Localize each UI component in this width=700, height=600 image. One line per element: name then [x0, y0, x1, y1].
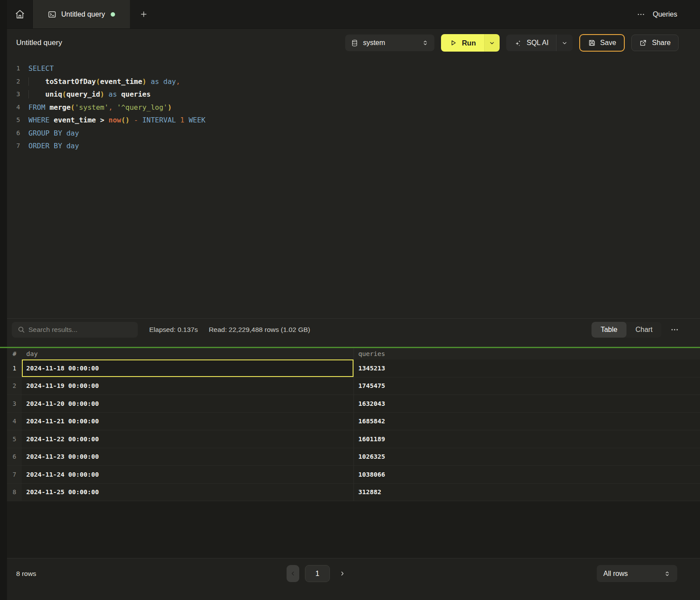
chevron-updown-icon — [664, 570, 671, 577]
results-toolbar: Elapsed: 0.137s Read: 22,229,488 rows (1… — [7, 318, 700, 347]
line-number: 3 — [7, 88, 20, 101]
tab-label: Untitled query — [61, 10, 105, 18]
row-number: 7 — [7, 466, 22, 483]
row-count: 8 rows — [16, 570, 36, 578]
home-button[interactable] — [7, 0, 33, 28]
pagination: 1 — [287, 565, 349, 582]
row-number: 6 — [7, 448, 22, 466]
view-toggle: Table Chart — [592, 322, 662, 338]
sql-ai-options-button[interactable] — [556, 35, 573, 51]
table-row: 22024-11-19 00:00:001745475 — [7, 377, 700, 395]
cell-queries[interactable]: 312882 — [354, 484, 700, 501]
run-options-button[interactable] — [484, 34, 500, 52]
tab-bar: Untitled query Queries — [7, 0, 700, 29]
results-empty-area — [7, 501, 700, 558]
table-row: 52024-11-22 00:00:001601189 — [7, 430, 700, 448]
previous-page-button[interactable] — [287, 565, 299, 582]
search-results-wrap — [12, 322, 138, 338]
code-line[interactable]: 6GROUP BY day — [7, 127, 700, 140]
code-line[interactable]: 2 toStartOfDay(event_time) as day, — [7, 75, 700, 88]
sql-editor[interactable]: 1SELECT2 toStartOfDay(event_time) as day… — [7, 57, 700, 318]
code-line[interactable]: 3 uniq(query_id) as queries — [7, 88, 700, 101]
sql-console: Untitled query Queries Untitled query sy… — [0, 0, 700, 600]
column-header-queries[interactable]: queries — [354, 348, 700, 359]
row-number: 8 — [7, 484, 22, 501]
chevron-down-icon — [489, 40, 495, 46]
share-button[interactable]: Share — [631, 35, 679, 51]
results-more-menu-icon[interactable] — [670, 325, 679, 334]
line-number: 7 — [7, 140, 20, 153]
chevron-right-icon — [339, 570, 346, 577]
line-number: 4 — [7, 101, 20, 114]
current-page-button[interactable]: 1 — [305, 565, 330, 582]
cell-queries[interactable]: 1632043 — [354, 395, 700, 412]
more-menu-icon[interactable] — [637, 10, 645, 19]
new-tab-button[interactable] — [130, 0, 157, 28]
column-header-index[interactable]: # — [7, 348, 22, 359]
share-button-label: Share — [652, 39, 671, 47]
play-icon — [449, 39, 457, 47]
results-table-header: # day queries — [7, 348, 700, 359]
rows-read-stat: Read: 22,229,488 rows (1.02 GB) — [209, 326, 310, 334]
line-number: 1 — [7, 62, 20, 75]
query-header: Untitled query system Run — [7, 29, 700, 57]
row-number: 2 — [7, 377, 22, 395]
row-number: 3 — [7, 395, 22, 412]
cell-queries[interactable]: 1026325 — [354, 448, 700, 466]
elapsed-time: Elapsed: 0.137s — [149, 326, 198, 334]
code-line[interactable]: 1SELECT — [7, 62, 700, 75]
code-text: GROUP BY day — [28, 127, 79, 140]
sparkles-icon — [514, 39, 522, 47]
cell-day[interactable]: 2024-11-20 00:00:00 — [22, 395, 354, 412]
cell-day[interactable]: 2024-11-19 00:00:00 — [22, 377, 354, 395]
left-edge-strip — [0, 0, 7, 600]
cell-queries[interactable]: 1038066 — [354, 466, 700, 483]
cell-day[interactable]: 2024-11-23 00:00:00 — [22, 448, 354, 466]
code-line[interactable]: 7ORDER BY day — [7, 140, 700, 153]
code-text: uniq(query_id) as queries — [28, 88, 150, 101]
run-button-group: Run — [441, 34, 500, 52]
queries-link[interactable]: Queries — [653, 10, 677, 18]
tab-untitled-query[interactable]: Untitled query — [33, 0, 130, 28]
page-size-selector[interactable]: All rows — [597, 565, 677, 582]
cell-queries[interactable]: 1345213 — [354, 359, 700, 377]
table-row: 72024-11-24 00:00:001038066 — [7, 466, 700, 484]
external-link-icon — [639, 39, 647, 47]
table-row: 12024-11-18 00:00:001345213 — [7, 359, 700, 377]
unsaved-changes-dot — [111, 12, 115, 17]
code-line[interactable]: 4FROM merge('system', '^query_log') — [7, 101, 700, 114]
search-results-input[interactable] — [12, 322, 138, 338]
cell-day[interactable]: 2024-11-18 00:00:00 — [22, 359, 354, 377]
database-selector-value: system — [363, 39, 385, 47]
database-icon — [351, 39, 358, 47]
sql-ai-button-group: SQL AI — [506, 35, 573, 51]
plus-icon — [140, 10, 148, 18]
code-text: ORDER BY day — [28, 140, 79, 153]
cell-day[interactable]: 2024-11-21 00:00:00 — [22, 413, 354, 430]
database-selector[interactable]: system — [345, 35, 434, 51]
tab-chart-view[interactable]: Chart — [626, 322, 662, 338]
page-title: Untitled query — [16, 38, 62, 47]
save-button[interactable]: Save — [579, 34, 625, 52]
tab-bar-right: Queries — [637, 0, 700, 28]
cell-queries[interactable]: 1601189 — [354, 430, 700, 448]
cell-queries[interactable]: 1745475 — [354, 377, 700, 395]
terminal-icon — [48, 10, 56, 19]
cell-day[interactable]: 2024-11-25 00:00:00 — [22, 484, 354, 501]
cell-day[interactable]: 2024-11-22 00:00:00 — [22, 430, 354, 448]
cell-queries[interactable]: 1685842 — [354, 413, 700, 430]
code-text: SELECT — [28, 62, 54, 75]
search-icon — [17, 325, 25, 334]
run-button[interactable]: Run — [441, 34, 484, 52]
line-number: 5 — [7, 114, 20, 127]
home-icon — [15, 9, 25, 19]
save-button-label: Save — [600, 39, 616, 47]
page-size-value: All rows — [603, 570, 628, 578]
cell-day[interactable]: 2024-11-24 00:00:00 — [22, 466, 354, 483]
next-page-button[interactable] — [336, 565, 349, 582]
tab-table-view[interactable]: Table — [592, 322, 626, 338]
sql-ai-label: SQL AI — [527, 39, 549, 47]
column-header-day[interactable]: day — [22, 348, 354, 359]
sql-ai-button[interactable]: SQL AI — [506, 35, 556, 51]
code-line[interactable]: 5WHERE event_time > now() - INTERVAL 1 W… — [7, 114, 700, 127]
